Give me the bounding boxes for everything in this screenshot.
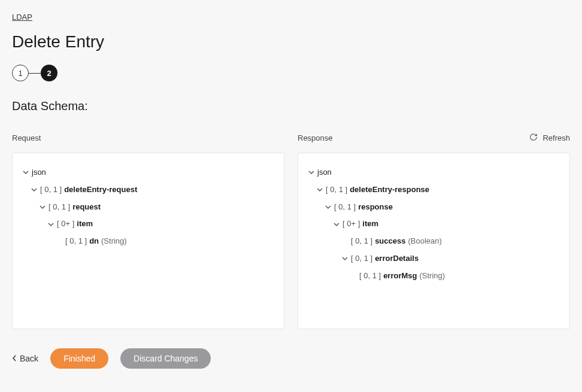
chevron-down-icon xyxy=(325,204,332,210)
cardinality: [ 0, 1 ] xyxy=(326,184,347,196)
node-label: json xyxy=(317,166,332,179)
cardinality: [ 0, 1 ] xyxy=(359,270,381,282)
chevron-down-icon xyxy=(31,187,38,193)
cardinality: [ 0, 1 ] xyxy=(351,235,372,248)
node-label: json xyxy=(32,166,46,179)
node-type: (String) xyxy=(420,270,445,282)
step-connector xyxy=(29,73,41,74)
cardinality: [ 0, 1 ] xyxy=(351,253,372,265)
node-label: item xyxy=(77,218,93,230)
refresh-icon xyxy=(529,133,538,143)
tree-node-errormsg[interactable]: [ 0, 1 ] errorMsg (String) xyxy=(350,268,560,285)
cardinality: [ 0, 1 ] xyxy=(334,201,356,214)
step-2[interactable]: 2 xyxy=(41,65,57,81)
request-column: Request json [ 0, 1 ] deleteEntry-reques… xyxy=(12,131,284,329)
breadcrumb-ldap[interactable]: LDAP xyxy=(12,13,32,22)
node-label: response xyxy=(358,201,393,214)
node-label: request xyxy=(72,201,101,214)
section-title-data-schema: Data Schema: xyxy=(12,99,570,113)
discard-changes-button[interactable]: Discard Changes xyxy=(120,348,211,369)
node-type: (Boolean) xyxy=(408,235,441,248)
tree-node-item[interactable]: [ 0+ ] item xyxy=(47,215,274,233)
finished-button[interactable]: Finished xyxy=(50,348,108,369)
page-title: Delete Entry xyxy=(12,32,570,51)
back-label: Back xyxy=(20,354,38,363)
node-label: success xyxy=(375,235,405,248)
node-label: deleteEntry-request xyxy=(64,184,137,196)
tree-node-item[interactable]: [ 0+ ] item xyxy=(333,215,560,233)
tree-node-deleteentry-request[interactable]: [ 0, 1 ] deleteEntry-request xyxy=(31,181,274,199)
chevron-down-icon xyxy=(341,256,348,262)
node-label: errorDetails xyxy=(375,253,419,265)
tree-node-success[interactable]: [ 0, 1 ] success (Boolean) xyxy=(341,233,560,250)
request-schema-box: json [ 0, 1 ] deleteEntry-request [ 0, 1… xyxy=(12,153,284,329)
chevron-down-icon xyxy=(22,169,29,175)
cardinality: [ 0+ ] xyxy=(342,218,360,230)
tree-node-json[interactable]: json xyxy=(308,164,560,181)
tree-node-request[interactable]: [ 0, 1 ] request xyxy=(39,199,274,216)
cardinality: [ 0, 1 ] xyxy=(65,235,87,248)
chevron-down-icon xyxy=(39,204,46,210)
chevron-down-icon xyxy=(333,221,340,227)
node-label: errorMsg xyxy=(383,270,417,282)
chevron-down-icon xyxy=(47,221,54,227)
node-label: deleteEntry-response xyxy=(350,184,429,196)
chevron-down-icon xyxy=(316,187,323,193)
tree-node-response[interactable]: [ 0, 1 ] response xyxy=(325,199,560,216)
node-label: item xyxy=(362,218,378,230)
chevron-down-icon xyxy=(308,169,315,175)
back-button[interactable]: Back xyxy=(12,354,38,363)
node-type: (String) xyxy=(101,235,127,248)
refresh-button[interactable]: Refresh xyxy=(529,133,570,143)
response-label: Response xyxy=(298,133,333,142)
refresh-label: Refresh xyxy=(542,133,570,142)
cardinality: [ 0, 1 ] xyxy=(40,184,62,196)
stepper: 1 2 xyxy=(12,65,570,81)
tree-node-json[interactable]: json xyxy=(22,164,274,181)
cardinality: [ 0, 1 ] xyxy=(48,201,70,214)
tree-node-errordetails[interactable]: [ 0, 1 ] errorDetails xyxy=(341,250,560,268)
node-label: dn xyxy=(89,235,99,248)
tree-node-deleteentry-response[interactable]: [ 0, 1 ] deleteEntry-response xyxy=(316,181,560,199)
request-label: Request xyxy=(12,133,41,142)
response-schema-box: json [ 0, 1 ] deleteEntry-response [ 0, … xyxy=(298,153,570,329)
tree-node-dn[interactable]: [ 0, 1 ] dn (String) xyxy=(56,233,274,250)
cardinality: [ 0+ ] xyxy=(57,218,74,230)
step-1[interactable]: 1 xyxy=(12,65,29,81)
chevron-left-icon xyxy=(12,354,16,363)
response-column: Response Refresh json [ 0, 1 ] xyxy=(298,131,570,329)
